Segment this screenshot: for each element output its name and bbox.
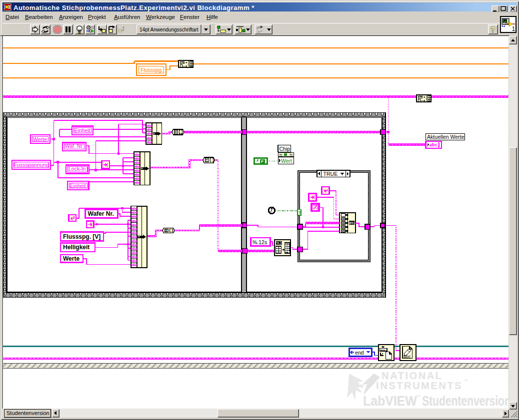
svg-text:™: ™ xyxy=(416,394,420,399)
svg-text:?: ? xyxy=(491,25,496,33)
svg-text:Studentenversion: Studentenversion xyxy=(422,393,508,408)
svg-text:abc: abc xyxy=(132,263,137,267)
svg-text:%.3: %.3 xyxy=(276,241,282,245)
svg-text:F: F xyxy=(261,159,264,164)
svg-text:Lock-In: Lock-In xyxy=(68,166,86,172)
svg-text:end: end xyxy=(355,350,364,356)
svg-text:Wafer Nr.: Wafer Nr. xyxy=(88,210,114,217)
svg-text:Fussspannung: Fussspannung xyxy=(14,162,49,168)
svg-text:%.12s: %.12s xyxy=(252,239,267,245)
svg-text:Aktuellen Werte: Aktuellen Werte xyxy=(427,134,464,140)
svg-text:Flussspg.: Flussspg. xyxy=(140,67,163,73)
svg-text:Helligkeit: Helligkeit xyxy=(63,244,90,251)
svg-text:?: ? xyxy=(298,210,301,215)
svg-text:Einheit: Einheit xyxy=(70,183,86,189)
svg-text:1: 1 xyxy=(512,25,516,32)
svg-text:?!: ?! xyxy=(279,153,282,157)
svg-text:abc: abc xyxy=(430,142,438,147)
svg-text:Flussspg. [V]: Flussspg. [V] xyxy=(63,233,100,240)
svg-text:™: ™ xyxy=(464,379,468,384)
svg-text:?!: ?! xyxy=(290,153,293,157)
svg-text:Werte: Werte xyxy=(63,255,80,262)
svg-text:Wert: Wert xyxy=(281,158,292,164)
svg-text:abc: abc xyxy=(404,354,412,359)
svg-text:LabVIEW: LabVIEW xyxy=(363,394,417,408)
svg-text:NATIONAL: NATIONAL xyxy=(382,370,443,381)
svg-text:Werte: Werte xyxy=(33,136,47,142)
svg-text:Einheit: Einheit xyxy=(74,127,90,133)
svg-text:abc: abc xyxy=(146,140,152,144)
svg-text:Waf. Nr: Waf. Nr xyxy=(65,143,83,149)
svg-text:abc: abc xyxy=(134,180,140,185)
svg-text:TRUE: TRUE xyxy=(324,171,338,177)
svg-text:Chip: Chip xyxy=(280,146,290,152)
svg-text:INSTRUMENTS: INSTRUMENTS xyxy=(376,380,462,391)
